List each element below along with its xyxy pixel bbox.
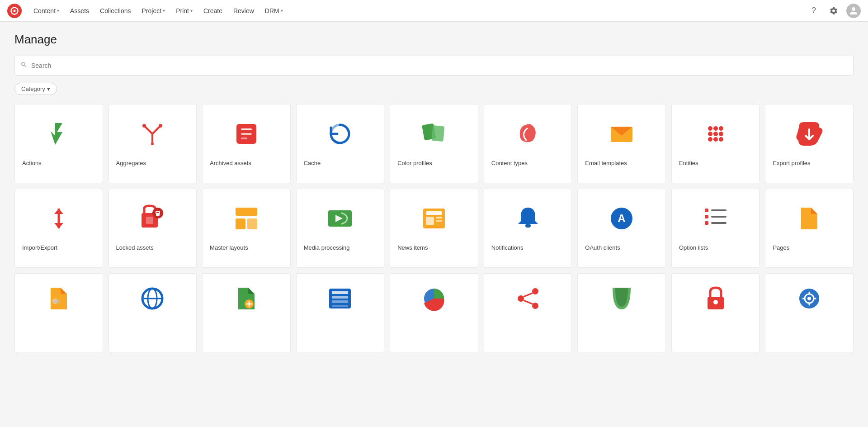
card-icon-export-profiles bbox=[773, 114, 846, 154]
card-cache[interactable]: Cache bbox=[296, 104, 385, 183]
card-r3-1[interactable] bbox=[14, 273, 103, 352]
card-label-actions: Actions bbox=[22, 160, 42, 166]
svg-rect-42 bbox=[436, 220, 442, 222]
card-label-option-lists: Option lists bbox=[679, 244, 708, 251]
nav-drm[interactable]: DRM ▾ bbox=[260, 5, 288, 16]
svg-point-69 bbox=[532, 303, 538, 309]
card-icon-r3-6 bbox=[491, 283, 565, 314]
nav-collections[interactable]: Collections bbox=[95, 5, 135, 16]
svg-line-4 bbox=[145, 127, 152, 134]
svg-rect-14 bbox=[431, 125, 444, 142]
card-actions[interactable]: Actions bbox=[14, 104, 103, 183]
card-r3-7[interactable] bbox=[577, 273, 666, 352]
card-r3-4[interactable] bbox=[296, 273, 385, 352]
svg-rect-35 bbox=[247, 218, 257, 229]
svg-rect-33 bbox=[236, 208, 257, 216]
svg-point-68 bbox=[532, 288, 538, 294]
svg-rect-50 bbox=[711, 209, 726, 211]
card-r3-2[interactable] bbox=[108, 273, 197, 352]
card-icon-email-templates bbox=[585, 114, 658, 154]
card-r3-5[interactable] bbox=[390, 273, 478, 352]
svg-rect-34 bbox=[236, 218, 245, 229]
card-label-notifications: Notifications bbox=[491, 244, 524, 251]
card-icon-oauth-clients: A bbox=[585, 198, 658, 239]
svg-point-8 bbox=[159, 124, 162, 128]
search-icon bbox=[20, 61, 28, 70]
user-avatar[interactable] bbox=[846, 4, 861, 18]
card-import-export[interactable]: Import/Export bbox=[14, 189, 103, 268]
card-option-lists[interactable]: Option lists bbox=[671, 189, 760, 268]
card-locked-assets[interactable]: Locked assets bbox=[108, 189, 197, 268]
card-icon-archived-assets bbox=[210, 114, 283, 154]
app-logo[interactable] bbox=[7, 4, 22, 18]
svg-rect-65 bbox=[332, 305, 348, 307]
card-r3-6[interactable] bbox=[484, 273, 572, 352]
svg-rect-44 bbox=[525, 224, 531, 228]
nav-right: ? bbox=[807, 4, 861, 18]
card-oauth-clients[interactable]: A OAuth clients bbox=[577, 189, 666, 268]
settings-icon[interactable] bbox=[826, 4, 841, 18]
svg-point-26 bbox=[719, 137, 723, 142]
card-media-processing[interactable]: Media processing bbox=[296, 189, 385, 268]
card-entities[interactable]: Entities bbox=[671, 104, 760, 183]
svg-point-76 bbox=[807, 297, 811, 300]
nav-create[interactable]: Create bbox=[199, 5, 227, 16]
card-email-templates[interactable]: Email templates bbox=[577, 104, 666, 183]
nav-print[interactable]: Print ▾ bbox=[171, 5, 197, 16]
card-icon-r3-5 bbox=[397, 283, 471, 314]
svg-point-24 bbox=[708, 137, 712, 142]
svg-line-5 bbox=[152, 127, 160, 134]
card-pages[interactable]: Pages bbox=[765, 189, 854, 268]
card-icon-news-items bbox=[397, 198, 471, 239]
nav-content[interactable]: Content ▾ bbox=[29, 5, 64, 16]
card-icon-option-lists bbox=[679, 198, 752, 239]
card-label-oauth-clients: OAuth clients bbox=[585, 244, 620, 251]
card-icon-notifications bbox=[491, 198, 565, 239]
svg-rect-11 bbox=[241, 133, 252, 135]
card-news-items[interactable]: News items bbox=[390, 189, 478, 268]
card-icon-r3-7 bbox=[585, 283, 658, 314]
nav-assets[interactable]: Assets bbox=[66, 5, 94, 16]
card-label-entities: Entities bbox=[679, 160, 698, 166]
card-color-profiles[interactable]: Color profiles bbox=[390, 104, 478, 183]
card-label-import-export: Import/Export bbox=[22, 244, 57, 251]
svg-rect-49 bbox=[705, 221, 708, 225]
card-content-types[interactable]: Content types bbox=[484, 104, 572, 183]
card-icon-cache bbox=[304, 114, 377, 154]
card-export-profiles[interactable]: Export profiles bbox=[765, 104, 854, 183]
search-input[interactable] bbox=[31, 62, 848, 69]
nav-review[interactable]: Review bbox=[229, 5, 259, 16]
card-r3-9[interactable] bbox=[765, 273, 854, 352]
nav-items: Content ▾ Assets Collections Project ▾ P… bbox=[29, 5, 807, 16]
nav-project[interactable]: Project ▾ bbox=[137, 5, 170, 16]
svg-rect-64 bbox=[332, 300, 348, 303]
chevron-down-icon: ▾ bbox=[57, 8, 59, 13]
card-icon-r3-4 bbox=[304, 283, 377, 314]
help-icon[interactable]: ? bbox=[807, 4, 821, 18]
category-button[interactable]: Category ▾ bbox=[14, 83, 57, 95]
cards-grid-row1: Actions Aggregates bbox=[14, 104, 854, 183]
card-aggregates[interactable]: Aggregates bbox=[108, 104, 197, 183]
svg-rect-40 bbox=[426, 217, 434, 225]
card-icon-entities bbox=[679, 114, 752, 154]
svg-rect-47 bbox=[705, 209, 708, 212]
svg-point-18 bbox=[708, 126, 712, 131]
card-notifications[interactable]: Notifications bbox=[484, 189, 572, 268]
card-label-email-templates: Email templates bbox=[585, 160, 627, 166]
svg-rect-39 bbox=[426, 211, 442, 215]
card-r3-3[interactable] bbox=[202, 273, 291, 352]
svg-rect-10 bbox=[241, 128, 252, 130]
card-icon-aggregates bbox=[116, 114, 189, 154]
card-label-color-profiles: Color profiles bbox=[397, 160, 432, 166]
card-master-layouts[interactable]: Master layouts bbox=[202, 189, 291, 268]
svg-rect-12 bbox=[241, 138, 247, 139]
card-icon-master-layouts bbox=[210, 198, 283, 239]
card-r3-8[interactable] bbox=[671, 273, 760, 352]
svg-line-71 bbox=[524, 300, 533, 304]
page-content: Manage Category ▾ Actions bbox=[0, 22, 868, 363]
card-icon-r3-2 bbox=[116, 283, 189, 314]
svg-point-1 bbox=[14, 9, 16, 12]
svg-text:A: A bbox=[618, 212, 625, 224]
svg-point-21 bbox=[708, 132, 712, 136]
card-archived-assets[interactable]: Archived assets bbox=[202, 104, 291, 183]
